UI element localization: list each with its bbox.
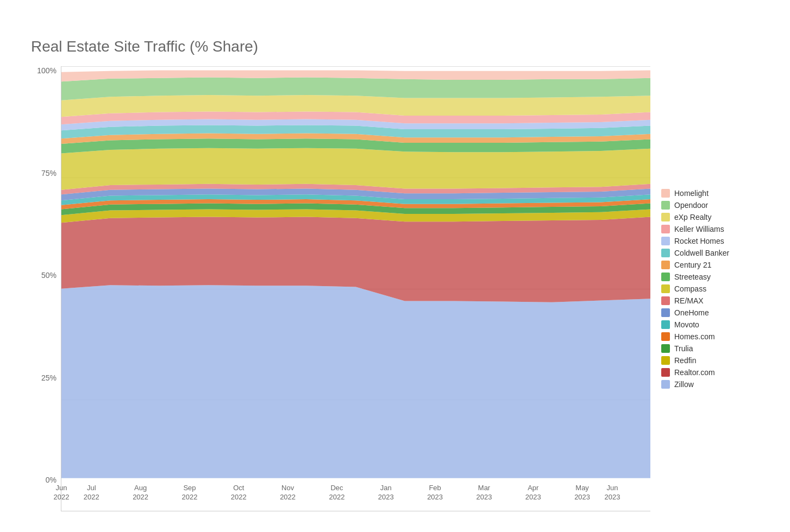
legend-color-remax (661, 296, 670, 305)
y-label-50: 50% (41, 271, 57, 280)
legend-label-homescom: Homes.com (674, 332, 715, 341)
x-label-oct2022: Oct2022 (220, 484, 258, 502)
legend-color-century21 (661, 261, 670, 269)
legend-item-movoto: Movoto (661, 320, 759, 329)
legend-item-redfin: Redfin (661, 356, 759, 365)
legend-color-compass (661, 284, 670, 293)
chart-container: Real Estate Site Traffic (% Share) 100% … (20, 22, 770, 510)
x-label-aug2022: Aug2022 (122, 484, 160, 502)
legend-color-zillow (661, 380, 670, 389)
x-label-feb2023: Feb2023 (416, 484, 454, 502)
x-label-apr2023: Apr2023 (514, 484, 552, 502)
y-label-75: 75% (41, 169, 57, 178)
legend-label-exprealty: eXp Realty (674, 213, 711, 221)
legend-label-century21: Century 21 (674, 261, 711, 269)
legend-item-rockethomes: Rocket Homes (661, 237, 759, 245)
legend-label-realtorcom: Realtor.com (674, 368, 715, 377)
legend-color-rockethomes (661, 237, 670, 245)
legend-item-zillow: Zillow (661, 380, 759, 389)
chart-area: 100% 75% 50% 25% 0% (31, 66, 759, 511)
area-compass (61, 148, 650, 190)
legend-label-redfin: Redfin (674, 356, 696, 365)
legend-item-compass: Compass (661, 284, 759, 293)
legend-color-homescom (661, 332, 670, 341)
x-label-jun2023: Jun2023 (593, 484, 631, 502)
y-label-25: 25% (41, 373, 57, 382)
legend-color-exprealty (661, 213, 670, 221)
x-label-jul2022: Jul2022 (72, 484, 110, 502)
x-label-dec2022: Dec2022 (318, 484, 356, 502)
legend-item-exprealty: eXp Realty (661, 213, 759, 221)
x-label-sep2022: Sep2022 (171, 484, 209, 502)
legend-color-streeteasy (661, 273, 670, 281)
y-label-100: 100% (37, 66, 57, 75)
legend-color-realtorcom (661, 368, 670, 377)
legend-label-opendoor: Opendoor (674, 201, 708, 210)
legend-label-homelight: Homelight (674, 189, 709, 198)
chart-plot: Jun2022 Jul2022 Aug2022 Sep2022 Oct2022 … (61, 66, 650, 511)
legend: Homelight Opendoor eXp Realty Keller Wil… (650, 66, 759, 511)
legend-label-streeteasy: Streeteasy (674, 273, 711, 281)
legend-item-streeteasy: Streeteasy (661, 273, 759, 281)
legend-color-redfin (661, 356, 670, 365)
legend-item-century21: Century 21 (661, 261, 759, 269)
legend-label-zillow: Zillow (674, 380, 694, 389)
x-label-jan2023: Jan2023 (367, 484, 405, 502)
chart-title: Real Estate Site Traffic (% Share) (31, 38, 759, 55)
legend-item-remax: RE/MAX (661, 296, 759, 305)
legend-item-homelight: Homelight (661, 189, 759, 198)
legend-label-remax: RE/MAX (674, 296, 704, 305)
x-label-nov2022: Nov2022 (269, 484, 307, 502)
legend-label-rockethomes: Rocket Homes (674, 237, 724, 245)
legend-label-trulia: Trulia (674, 344, 693, 353)
legend-color-movoto (661, 320, 670, 329)
legend-item-realtorcom: Realtor.com (661, 368, 759, 377)
legend-item-coldwellbanker: Coldwell Banker (661, 249, 759, 257)
legend-label-movoto: Movoto (674, 320, 699, 329)
stacked-area-chart (61, 66, 650, 478)
legend-item-trulia: Trulia (661, 344, 759, 353)
legend-item-kellerwilliams: Keller Williams (661, 225, 759, 233)
legend-color-homelight (661, 189, 670, 198)
legend-color-opendoor (661, 201, 670, 210)
legend-item-opendoor: Opendoor (661, 201, 759, 210)
legend-color-coldwellbanker (661, 249, 670, 257)
legend-label-kellerwilliams: Keller Williams (674, 225, 724, 233)
x-labels: Jun2022 Jul2022 Aug2022 Sep2022 Oct2022 … (61, 484, 650, 511)
area-zillow (61, 285, 650, 478)
legend-color-onehome (661, 308, 670, 317)
legend-color-trulia (661, 344, 670, 353)
legend-label-compass: Compass (674, 284, 706, 293)
x-label-mar2023: Mar2023 (465, 484, 503, 502)
legend-item-homescom: Homes.com (661, 332, 759, 341)
legend-color-kellerwilliams (661, 225, 670, 233)
y-label-0: 0% (46, 476, 57, 484)
legend-label-onehome: OneHome (674, 308, 709, 317)
legend-item-onehome: OneHome (661, 308, 759, 317)
y-axis: 100% 75% 50% 25% 0% (31, 66, 61, 511)
legend-label-coldwellbanker: Coldwell Banker (674, 249, 729, 257)
